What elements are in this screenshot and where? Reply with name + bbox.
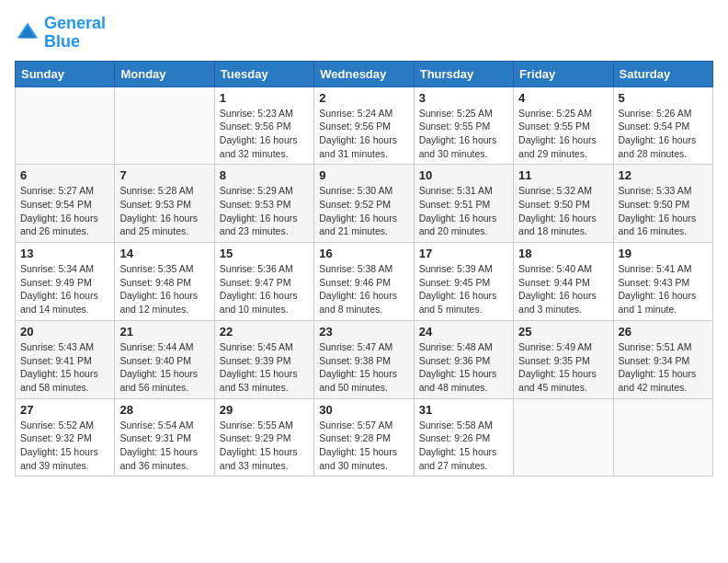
day-info: Sunrise: 5:52 AM Sunset: 9:32 PM Dayligh… — [20, 419, 109, 473]
day-info: Sunrise: 5:35 AM Sunset: 9:48 PM Dayligh… — [119, 262, 209, 316]
calendar-cell: 18Sunrise: 5:40 AM Sunset: 9:44 PM Dayli… — [514, 243, 613, 321]
calendar-cell: 15Sunrise: 5:36 AM Sunset: 9:47 PM Dayli… — [214, 243, 313, 321]
calendar-week-2: 6Sunrise: 5:27 AM Sunset: 9:54 PM Daylig… — [16, 165, 713, 243]
day-info: Sunrise: 5:43 AM Sunset: 9:41 PM Dayligh… — [20, 340, 109, 395]
logo: GeneralBlue — [15, 15, 106, 52]
day-number: 22 — [220, 325, 309, 339]
calendar-cell: 8Sunrise: 5:29 AM Sunset: 9:53 PM Daylig… — [214, 165, 313, 243]
weekday-wednesday: Wednesday — [314, 61, 414, 86]
day-info: Sunrise: 5:44 AM Sunset: 9:40 PM Dayligh… — [119, 340, 209, 395]
calendar-cell: 27Sunrise: 5:52 AM Sunset: 9:32 PM Dayli… — [16, 398, 115, 477]
day-number: 9 — [319, 168, 408, 182]
day-number: 18 — [518, 247, 608, 260]
day-number: 23 — [319, 325, 408, 339]
calendar-cell: 4Sunrise: 5:25 AM Sunset: 9:55 PM Daylig… — [514, 86, 613, 165]
day-info: Sunrise: 5:33 AM Sunset: 9:50 PM Dayligh… — [619, 184, 708, 238]
day-info: Sunrise: 5:58 AM Sunset: 9:26 PM Dayligh… — [419, 419, 508, 473]
day-info: Sunrise: 5:49 AM Sunset: 9:35 PM Dayligh… — [518, 340, 608, 395]
calendar-cell: 29Sunrise: 5:55 AM Sunset: 9:29 PM Dayli… — [214, 398, 313, 477]
day-number: 28 — [119, 403, 209, 417]
calendar-cell: 13Sunrise: 5:34 AM Sunset: 9:49 PM Dayli… — [16, 243, 115, 321]
calendar-week-3: 13Sunrise: 5:34 AM Sunset: 9:49 PM Dayli… — [16, 243, 713, 321]
day-info: Sunrise: 5:41 AM Sunset: 9:43 PM Dayligh… — [619, 262, 708, 316]
day-info: Sunrise: 5:24 AM Sunset: 9:56 PM Dayligh… — [319, 107, 408, 161]
weekday-monday: Monday — [115, 61, 214, 86]
calendar-cell: 17Sunrise: 5:39 AM Sunset: 9:45 PM Dayli… — [414, 243, 513, 321]
day-number: 4 — [518, 91, 608, 105]
calendar-cell: 7Sunrise: 5:28 AM Sunset: 9:53 PM Daylig… — [115, 165, 214, 243]
day-number: 10 — [419, 168, 508, 182]
day-info: Sunrise: 5:47 AM Sunset: 9:38 PM Dayligh… — [319, 340, 408, 395]
day-number: 26 — [619, 325, 708, 339]
weekday-thursday: Thursday — [414, 61, 513, 86]
calendar-cell — [16, 86, 115, 165]
day-number: 16 — [319, 247, 408, 260]
calendar-cell: 16Sunrise: 5:38 AM Sunset: 9:46 PM Dayli… — [314, 243, 414, 321]
day-number: 25 — [518, 325, 608, 339]
calendar-cell: 3Sunrise: 5:25 AM Sunset: 9:55 PM Daylig… — [414, 86, 513, 165]
calendar-cell — [613, 398, 712, 477]
calendar-cell: 31Sunrise: 5:58 AM Sunset: 9:26 PM Dayli… — [414, 398, 513, 477]
day-number: 3 — [419, 91, 508, 105]
day-number: 31 — [419, 403, 508, 417]
day-number: 29 — [220, 403, 309, 417]
calendar-cell: 12Sunrise: 5:33 AM Sunset: 9:50 PM Dayli… — [613, 165, 712, 243]
logo-text: GeneralBlue — [44, 15, 106, 52]
day-number: 12 — [619, 168, 708, 182]
calendar-cell: 19Sunrise: 5:41 AM Sunset: 9:43 PM Dayli… — [613, 243, 712, 321]
calendar-cell — [115, 86, 214, 165]
day-number: 5 — [619, 91, 708, 105]
day-info: Sunrise: 5:23 AM Sunset: 9:56 PM Dayligh… — [220, 107, 309, 161]
calendar-cell: 10Sunrise: 5:31 AM Sunset: 9:51 PM Dayli… — [414, 165, 513, 243]
day-number: 8 — [220, 168, 309, 182]
day-info: Sunrise: 5:36 AM Sunset: 9:47 PM Dayligh… — [220, 262, 309, 316]
day-number: 24 — [419, 325, 508, 339]
day-number: 20 — [20, 325, 109, 339]
day-info: Sunrise: 5:28 AM Sunset: 9:53 PM Dayligh… — [119, 184, 209, 238]
day-number: 21 — [119, 325, 209, 339]
page-header: GeneralBlue — [15, 15, 713, 52]
calendar-body: 1Sunrise: 5:23 AM Sunset: 9:56 PM Daylig… — [16, 86, 713, 477]
calendar-cell: 20Sunrise: 5:43 AM Sunset: 9:41 PM Dayli… — [16, 320, 115, 398]
calendar-week-5: 27Sunrise: 5:52 AM Sunset: 9:32 PM Dayli… — [16, 398, 713, 477]
calendar-cell: 22Sunrise: 5:45 AM Sunset: 9:39 PM Dayli… — [214, 320, 313, 398]
day-number: 2 — [319, 91, 408, 105]
day-info: Sunrise: 5:30 AM Sunset: 9:52 PM Dayligh… — [319, 184, 408, 238]
calendar-cell: 28Sunrise: 5:54 AM Sunset: 9:31 PM Dayli… — [115, 398, 214, 477]
calendar-cell: 5Sunrise: 5:26 AM Sunset: 9:54 PM Daylig… — [613, 86, 712, 165]
weekday-header-row: SundayMondayTuesdayWednesdayThursdayFrid… — [16, 61, 713, 86]
day-number: 6 — [20, 168, 109, 182]
calendar-cell: 24Sunrise: 5:48 AM Sunset: 9:36 PM Dayli… — [414, 320, 513, 398]
day-info: Sunrise: 5:34 AM Sunset: 9:49 PM Dayligh… — [20, 262, 109, 316]
calendar-cell: 9Sunrise: 5:30 AM Sunset: 9:52 PM Daylig… — [314, 165, 414, 243]
day-info: Sunrise: 5:25 AM Sunset: 9:55 PM Dayligh… — [518, 107, 608, 161]
calendar-cell: 30Sunrise: 5:57 AM Sunset: 9:28 PM Dayli… — [314, 398, 414, 477]
calendar-cell: 23Sunrise: 5:47 AM Sunset: 9:38 PM Dayli… — [314, 320, 414, 398]
day-info: Sunrise: 5:39 AM Sunset: 9:45 PM Dayligh… — [419, 262, 508, 316]
day-number: 14 — [119, 247, 209, 260]
calendar-week-4: 20Sunrise: 5:43 AM Sunset: 9:41 PM Dayli… — [16, 320, 713, 398]
calendar-cell: 11Sunrise: 5:32 AM Sunset: 9:50 PM Dayli… — [514, 165, 613, 243]
logo-icon — [15, 20, 40, 46]
day-number: 15 — [220, 247, 309, 260]
calendar-cell: 6Sunrise: 5:27 AM Sunset: 9:54 PM Daylig… — [16, 165, 115, 243]
day-info: Sunrise: 5:32 AM Sunset: 9:50 PM Dayligh… — [518, 184, 608, 238]
weekday-sunday: Sunday — [16, 61, 115, 86]
day-info: Sunrise: 5:25 AM Sunset: 9:55 PM Dayligh… — [419, 107, 508, 161]
calendar-cell: 2Sunrise: 5:24 AM Sunset: 9:56 PM Daylig… — [314, 86, 414, 165]
day-number: 11 — [518, 168, 608, 182]
day-info: Sunrise: 5:31 AM Sunset: 9:51 PM Dayligh… — [419, 184, 508, 238]
weekday-saturday: Saturday — [613, 61, 712, 86]
weekday-friday: Friday — [514, 61, 613, 86]
day-number: 17 — [419, 247, 508, 260]
day-info: Sunrise: 5:54 AM Sunset: 9:31 PM Dayligh… — [119, 419, 209, 473]
day-number: 7 — [119, 168, 209, 182]
calendar-cell: 21Sunrise: 5:44 AM Sunset: 9:40 PM Dayli… — [115, 320, 214, 398]
calendar-cell: 25Sunrise: 5:49 AM Sunset: 9:35 PM Dayli… — [514, 320, 613, 398]
calendar-week-1: 1Sunrise: 5:23 AM Sunset: 9:56 PM Daylig… — [16, 86, 713, 165]
calendar-cell — [514, 398, 613, 477]
day-info: Sunrise: 5:26 AM Sunset: 9:54 PM Dayligh… — [619, 107, 708, 161]
day-info: Sunrise: 5:57 AM Sunset: 9:28 PM Dayligh… — [319, 419, 408, 473]
day-number: 19 — [619, 247, 708, 260]
day-info: Sunrise: 5:27 AM Sunset: 9:54 PM Dayligh… — [20, 184, 109, 238]
